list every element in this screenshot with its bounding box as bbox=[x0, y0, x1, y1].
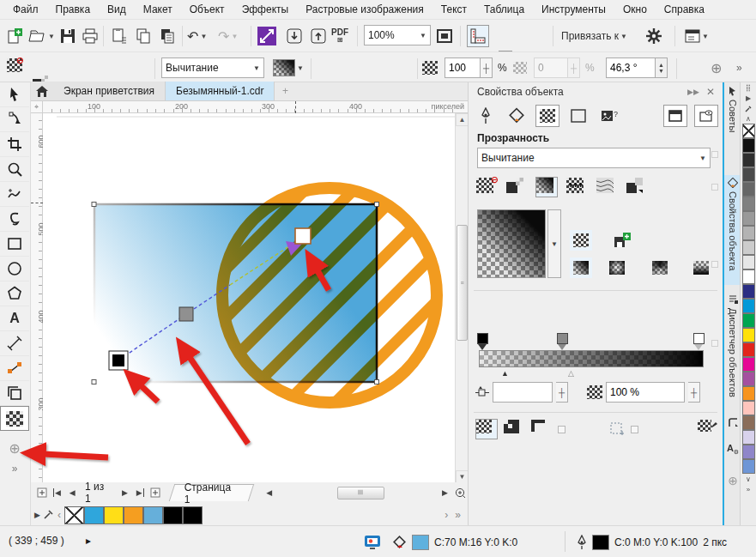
angle-spinner[interactable]: ▲▼ bbox=[656, 58, 668, 78]
swatch[interactable] bbox=[742, 182, 755, 197]
gradient-rectangle-object[interactable] bbox=[94, 204, 377, 382]
transparency-picker[interactable]: ▼ bbox=[273, 57, 304, 79]
apply-to-fill-button[interactable] bbox=[503, 419, 525, 439]
toolbox-overflow[interactable]: » bbox=[0, 461, 29, 476]
swatch[interactable] bbox=[742, 284, 755, 299]
menu-object[interactable]: Объект bbox=[182, 2, 233, 17]
rectangle-tool-icon[interactable] bbox=[0, 232, 29, 257]
ruler-origin[interactable]: ⌖ bbox=[31, 101, 43, 113]
zoom-level-combo[interactable]: 100%▼ bbox=[364, 25, 431, 45]
freeze-checkbox[interactable] bbox=[631, 426, 638, 433]
swatch[interactable] bbox=[742, 299, 755, 313]
new-tab-button[interactable]: + bbox=[275, 82, 295, 100]
swatch[interactable] bbox=[742, 386, 755, 401]
menu-text[interactable]: Текст bbox=[433, 2, 475, 17]
publish-pdf-button[interactable]: PDF⊞ bbox=[331, 25, 348, 47]
options-gear-icon[interactable] bbox=[645, 25, 662, 47]
add-page-icon[interactable] bbox=[34, 485, 50, 500]
menu-table[interactable]: Таблица bbox=[476, 2, 532, 17]
all-objects-checkbox[interactable] bbox=[558, 426, 565, 433]
swatch[interactable] bbox=[742, 372, 755, 386]
doc-swatch[interactable] bbox=[183, 506, 203, 524]
rectangular-fountain-button[interactable] bbox=[690, 257, 712, 278]
no-transparency-button[interactable]: ⊖ bbox=[475, 177, 498, 197]
docker-tab-object-manager[interactable]: Диспетчер объектов bbox=[724, 292, 741, 409]
palette-scroll-up[interactable]: ∧ bbox=[741, 113, 756, 124]
opacity-spinner[interactable]: ┼ bbox=[481, 58, 493, 78]
import-button[interactable] bbox=[283, 25, 305, 47]
drop-shadow-tool-icon[interactable] bbox=[0, 381, 29, 406]
swatch[interactable] bbox=[742, 255, 755, 269]
fullscreen-preview-button[interactable] bbox=[436, 25, 453, 47]
outline-section-icon[interactable] bbox=[474, 105, 498, 127]
linear-fountain-button[interactable] bbox=[570, 257, 592, 278]
uniform-transparency-button[interactable] bbox=[505, 177, 528, 197]
radial-fountain-button[interactable] bbox=[606, 257, 628, 278]
show-details-icon[interactable] bbox=[694, 105, 718, 127]
export-button[interactable] bbox=[307, 25, 330, 47]
swatch[interactable] bbox=[742, 445, 755, 459]
artistic-media-tool-icon[interactable] bbox=[0, 207, 29, 232]
menu-help[interactable]: Справка bbox=[656, 2, 712, 17]
opacity-input[interactable] bbox=[445, 58, 481, 78]
swatch[interactable] bbox=[742, 313, 755, 328]
search-content-button[interactable] bbox=[257, 25, 276, 47]
midpoint-transparency-handle[interactable] bbox=[179, 307, 193, 321]
apply-to-fill-and-outline-button[interactable] bbox=[475, 419, 498, 439]
hscroll-left-button[interactable]: ◀ bbox=[262, 485, 277, 500]
docker-tab-text-properties[interactable]: A⚙ bbox=[724, 443, 741, 463]
text-tool-icon[interactable]: A bbox=[0, 306, 29, 331]
horizontal-ruler[interactable]: 100 200 300 400 пикселей bbox=[43, 101, 468, 113]
swatch[interactable] bbox=[742, 197, 755, 211]
end-transparency-handle[interactable] bbox=[295, 228, 311, 244]
tab-untitled-document[interactable]: Безымянный-1.cdr bbox=[166, 82, 275, 100]
navigator-button[interactable] bbox=[452, 485, 468, 500]
welcome-home-icon[interactable] bbox=[31, 82, 53, 100]
undo-button[interactable]: ↶▼ bbox=[187, 25, 207, 47]
swatch[interactable] bbox=[742, 269, 755, 284]
fountain-transparency-button[interactable] bbox=[535, 177, 558, 197]
apply-to-outline-button[interactable] bbox=[530, 419, 553, 439]
drawing-canvas[interactable] bbox=[43, 113, 455, 482]
connector-tool-icon[interactable] bbox=[0, 356, 29, 381]
coords-flyout[interactable]: ▸ bbox=[86, 535, 91, 547]
pick-tool-icon[interactable] bbox=[0, 82, 29, 107]
palette-eyedropper-icon[interactable] bbox=[741, 103, 756, 113]
menu-edit[interactable]: Правка bbox=[48, 2, 99, 17]
picker-dropdown[interactable]: ▼ bbox=[297, 64, 304, 72]
last-page-button[interactable]: ▶ bbox=[132, 485, 148, 500]
window-layout-button[interactable]: ▼ bbox=[685, 25, 709, 47]
swatch[interactable] bbox=[742, 459, 755, 474]
palette-scroll-right[interactable]: › bbox=[445, 509, 448, 521]
menu-layout[interactable]: Макет bbox=[136, 2, 180, 17]
palette-flyout-icon[interactable]: ▶ bbox=[34, 511, 40, 519]
edit-transparency-thumb[interactable] bbox=[570, 230, 592, 251]
merge-transparency-button[interactable] bbox=[626, 177, 648, 197]
summary-section-icon[interactable]: ? bbox=[597, 105, 621, 127]
show-rulers-toggle[interactable] bbox=[467, 25, 489, 47]
swatch[interactable] bbox=[742, 328, 755, 342]
swatch[interactable] bbox=[742, 240, 755, 255]
crop-tool-icon[interactable] bbox=[0, 132, 29, 157]
menu-tools[interactable]: Инструменты bbox=[534, 2, 614, 17]
freehand-tool-icon[interactable] bbox=[0, 182, 29, 207]
gradient-stop-end[interactable] bbox=[693, 333, 705, 344]
swatch[interactable] bbox=[742, 153, 755, 167]
scroll-down-button[interactable]: ▼ bbox=[456, 470, 469, 483]
docker-tab-object-properties[interactable]: Свойства объекта bbox=[724, 175, 741, 285]
doc-swatch[interactable] bbox=[84, 506, 104, 524]
color-proof-icon[interactable] bbox=[364, 535, 381, 550]
polygon-tool-icon[interactable] bbox=[0, 282, 29, 306]
next-page-button[interactable]: ▶ bbox=[118, 485, 133, 500]
swatch[interactable] bbox=[742, 357, 755, 372]
swatch[interactable] bbox=[742, 430, 755, 445]
node-opacity-input[interactable] bbox=[606, 382, 685, 403]
vertical-ruler[interactable]: 600 500 400 300 bbox=[31, 113, 43, 482]
swatch[interactable] bbox=[742, 138, 755, 153]
eyedropper-icon[interactable] bbox=[44, 509, 54, 522]
doc-swatch[interactable] bbox=[143, 506, 163, 524]
paste-special-button[interactable] bbox=[156, 25, 178, 47]
docker-close-icon[interactable]: ✕ bbox=[706, 86, 715, 98]
vertical-scroll-thumb[interactable]: ≡ bbox=[457, 225, 468, 341]
palette-flyout-icon[interactable]: ▶ bbox=[741, 93, 756, 103]
